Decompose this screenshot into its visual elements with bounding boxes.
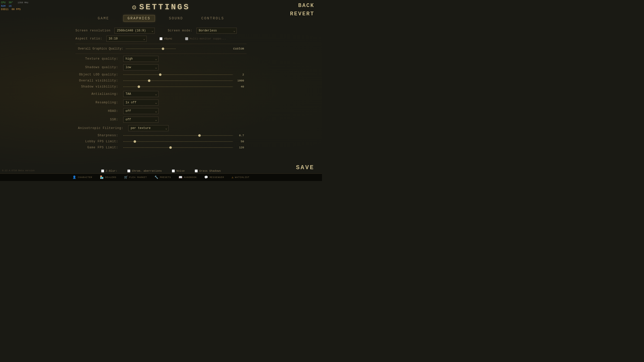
revert-button[interactable]: REVERT <box>290 11 314 17</box>
handbook-icon: 📖 <box>179 175 183 179</box>
grass-group: Grass Shadows <box>195 169 221 172</box>
screen-mode-select[interactable]: Borderless Fullscreen Windowed <box>196 28 237 34</box>
game-fps-slider[interactable] <box>123 147 233 148</box>
screen-resolution-row: Screen resolution 644x362 (16:9) 1920x… <box>75 28 247 34</box>
antialiasing-select-wrapper: off FXAA TAA <box>123 91 158 97</box>
ssr-select-wrapper: off on <box>123 117 158 123</box>
tab-sound[interactable]: SOUND <box>165 15 187 21</box>
game-fps-label: Game FPS Limit: <box>78 146 123 149</box>
shadows-quality-select[interactable]: low medium high ultra <box>123 64 158 70</box>
nav-presets[interactable]: 🔧 PRESETS <box>154 175 171 179</box>
ram-stat: RAM 16 <box>1 5 28 8</box>
ssr-select[interactable]: off on <box>123 117 158 123</box>
chrom-label: Chrom. aberrations <box>132 169 162 172</box>
grass-checkbox[interactable] <box>195 169 198 172</box>
hbao-row: HBAO: off on <box>75 108 247 114</box>
settings-main: Screen resolution 644x362 (16:9) 1920x… <box>75 28 247 152</box>
visibility-slider[interactable] <box>123 80 233 81</box>
nav-flea[interactable]: 🛒 FLEA MARKET <box>124 175 147 179</box>
presets-label: PRESETS <box>160 176 171 179</box>
noise-checkbox[interactable] <box>172 169 175 172</box>
resolution-select[interactable]: 644x362 (16:9) 1920x1080 (16:9) 1280x7… <box>114 28 155 34</box>
hbao-select-wrapper: off on <box>123 108 158 114</box>
shadows-quality-label: Shadows quality: <box>78 66 123 69</box>
lod-slider[interactable] <box>123 74 233 75</box>
top-right-buttons: BACK REVERT <box>290 3 314 17</box>
overall-quality-value: custom <box>233 47 244 51</box>
save-button[interactable]: SAVE <box>296 164 314 171</box>
texture-quality-control: low medium high ultra <box>123 56 244 62</box>
lobby-fps-label: Lobby FPS Limit: <box>78 140 123 143</box>
page-title: SETTINGS <box>139 3 190 12</box>
resolution-label: Screen resolution <box>75 29 110 32</box>
tab-controls[interactable]: CONTROLS <box>197 15 228 21</box>
noise-group: Noise <box>172 169 185 172</box>
version-text: 0.12.4.6716 Beta version <box>2 169 35 172</box>
noise-label: Noise <box>176 169 185 172</box>
cpu-stat: CPU 39° 1350 MHz <box>1 1 28 5</box>
resampling-row: Resampling: 1x off 1.5x 2x <box>75 100 247 106</box>
hbao-select[interactable]: off on <box>123 108 158 114</box>
shadows-select-wrapper: low medium high ultra <box>123 64 158 70</box>
nav-handbook[interactable]: 📖 HANDBOOK <box>179 175 197 179</box>
tab-graphics[interactable]: GRAPHICS <box>123 15 155 22</box>
vsync-group: VSync <box>159 37 172 40</box>
nav-dealers[interactable]: 🏪 DEALERS <box>100 175 116 179</box>
aspect-select[interactable]: 16:10 16:9 4:3 <box>106 36 147 42</box>
tab-game[interactable]: GAME <box>94 15 113 21</box>
lobby-fps-slider[interactable] <box>123 141 233 142</box>
sharpness-row: Sharpness: 0.7 <box>75 134 247 137</box>
sharpness-value: 0.7 <box>235 134 244 137</box>
presets-icon: 🔧 <box>154 175 158 179</box>
lobby-fps-control: 50 <box>123 140 244 143</box>
overall-quality-slider[interactable] <box>126 49 176 49</box>
character-icon: 👤 <box>72 175 76 179</box>
fps-stat: D3D11 60 FPS <box>1 8 28 11</box>
chrom-checkbox[interactable] <box>127 169 130 172</box>
multimonitor-label: Multi-monitor suppo... <box>190 37 226 40</box>
antialiasing-label: Antialiasing: <box>78 92 123 96</box>
resampling-select[interactable]: 1x off 1.5x 2x <box>123 100 158 106</box>
nav-watchlist[interactable]: ⚠ WATCHLIST <box>232 175 250 179</box>
overall-quality-label: Overall Graphics Quality: <box>78 47 123 51</box>
screen-mode-label: Screen mode: <box>168 29 192 32</box>
perf-stats: CPU 39° 1350 MHz RAM 16 D3D11 60 FPS <box>1 1 28 11</box>
aspect-label: Aspect ratio: <box>75 37 102 40</box>
ssr-label: SSR: <box>78 118 123 121</box>
watchlist-label: WATCHLIST <box>235 176 250 179</box>
texture-quality-select[interactable]: low medium high ultra <box>123 56 158 62</box>
resampling-select-wrapper: 1x off 1.5x 2x <box>123 100 158 106</box>
sharpness-label: Sharpness: <box>78 134 123 137</box>
page-title-area: ⚙ SETTINGS <box>132 3 190 12</box>
visibility-value: 1000 <box>235 79 244 82</box>
back-button[interactable]: BACK <box>298 3 314 9</box>
mode-select-wrapper: Borderless Fullscreen Windowed <box>196 28 237 34</box>
antialiasing-select[interactable]: off FXAA TAA <box>123 91 158 97</box>
divider-2 <box>75 54 247 54</box>
multimonitor-group: Multi-monitor suppo... <box>185 37 226 40</box>
aspect-row: Aspect ratio: 16:10 16:9 4:3 VSync Multi… <box>75 36 247 42</box>
vsync-checkbox[interactable] <box>159 37 163 40</box>
shadow-visibility-slider[interactable] <box>123 86 233 87</box>
messenger-icon: 💬 <box>204 175 208 179</box>
nav-character[interactable]: 👤 CHARACTER <box>72 175 92 179</box>
visibility-slider-container: 1000 <box>123 79 244 82</box>
aniso-select[interactable]: off 2x 4x 8x 16x per texture <box>128 125 169 131</box>
nav-messenger[interactable]: 💬 MESSENGER <box>204 175 224 179</box>
lobby-fps-row: Lobby FPS Limit: 50 <box>75 140 247 143</box>
shadow-visibility-row: Shadow visibility: 40 <box>75 85 247 88</box>
dealers-label: DEALERS <box>105 176 116 179</box>
game-fps-row: Game FPS Limit: 120 <box>75 146 247 149</box>
aniso-control: off 2x 4x 8x 16x per texture <box>128 125 244 131</box>
multimonitor-checkbox <box>185 37 188 40</box>
settings-page: CPU 39° 1350 MHz RAM 16 D3D11 60 FPS BAC… <box>0 0 322 181</box>
sharpness-slider[interactable] <box>123 135 233 136</box>
shadow-visibility-value: 40 <box>235 85 244 88</box>
zblur-checkbox[interactable] <box>101 169 104 172</box>
bottom-checkboxes: Z-Blur: Chrom. aberrations Noise Grass S… <box>101 169 221 172</box>
gear-icon: ⚙ <box>132 3 136 12</box>
shadow-visibility-slider-container: 40 <box>123 85 244 88</box>
handbook-label: HANDBOOK <box>184 176 197 179</box>
lod-quality-control: 2 <box>123 73 244 76</box>
lod-slider-container: 2 <box>123 73 244 76</box>
